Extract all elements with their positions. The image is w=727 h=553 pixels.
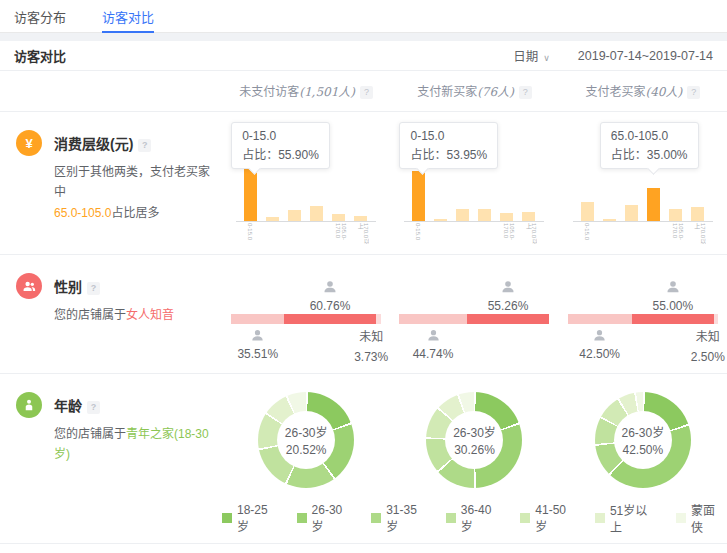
male-stat: 42.50% (565, 328, 635, 361)
gender-stacked-bar (231, 314, 381, 324)
bar-segment (310, 206, 323, 221)
column-name: 未支付访客 (239, 85, 299, 99)
gender-chart-new-buyers[interactable]: 55.26%44.74% (399, 277, 549, 365)
female-bar-segment (284, 314, 375, 324)
consume-bar-chart-old-buyers[interactable]: 65.0-105.0占比：35.00% 0-15.0105.0-170.0170… (568, 122, 718, 246)
bar-segment (625, 205, 638, 221)
row-description: 区别于其他两类，支付老买家中 65.0-105.0占比居多 (54, 162, 214, 223)
yuan-icon: ¥ (16, 130, 42, 156)
legend-item: 26-30岁 (297, 503, 355, 534)
legend-label: 36-40岁 (461, 503, 504, 534)
legend-swatch (297, 513, 307, 523)
row-description: 您的店铺属于青年之家(18-30岁) (54, 424, 214, 465)
male-icon (250, 332, 265, 346)
bar-segment (288, 210, 301, 221)
help-icon[interactable]: ? (138, 139, 151, 152)
help-icon[interactable]: ? (519, 86, 532, 99)
legend-item: 18-25岁 (222, 503, 280, 534)
legend-item: 31-35岁 (371, 503, 429, 534)
page-title: 访客对比 (14, 46, 66, 65)
female-bar-segment (467, 314, 550, 324)
unknown-bar-segment (714, 314, 718, 324)
age-donut-old-buyers[interactable]: 26-30岁42.50% (595, 392, 691, 488)
male-bar-segment (568, 314, 632, 324)
section-region-top: 地域TOP? 您的访客聚集在广东省 广东省20.59%浙江省11.06% 广东省… (0, 544, 727, 553)
legend-swatch (520, 513, 530, 523)
donut-center-label: 26-30岁20.52% (277, 411, 335, 469)
unknown-stat: 未知3.73% (345, 328, 397, 366)
male-icon (426, 332, 441, 346)
female-icon (500, 284, 516, 298)
bar-segment (669, 209, 682, 221)
bar-segment (522, 212, 535, 221)
bar-segment (456, 209, 469, 221)
row-title: 年龄? (54, 392, 214, 415)
bar-segment (647, 188, 660, 221)
column-count: 76人 (477, 85, 514, 99)
column-header-unpaid: 未支付访客1,501人? (222, 82, 390, 99)
column-header-old-buyers: 支付老买家40人? (559, 82, 727, 99)
female-stat: 55.26% (473, 279, 543, 313)
female-bar-segment (632, 314, 715, 324)
legend-label: 18-25岁 (237, 503, 280, 534)
date-type-dropdown[interactable]: 日期∨ (513, 46, 550, 65)
column-name: 支付新买家 (417, 85, 477, 99)
bar-segment (691, 207, 704, 221)
consume-bar-chart-new-buyers[interactable]: 0-15.0占比：53.95% 0-15.0105.0-170.0170.0以上 (399, 122, 549, 246)
age-donut-new-buyers[interactable]: 26-30岁30.26% (426, 392, 522, 488)
help-icon[interactable]: ? (687, 86, 700, 99)
desc-highlight: 65.0-105.0 (54, 206, 111, 220)
female-icon (665, 284, 681, 298)
male-stat: 44.74% (398, 328, 468, 361)
x-axis-label: 0-15.0 (584, 223, 590, 240)
donut-center-label: 26-30岁42.50% (614, 411, 672, 469)
column-header-row: 未支付访客1,501人? 支付新买家76人? 支付老买家40人? (0, 71, 727, 112)
female-stat: 60.76% (295, 279, 365, 313)
x-axis (236, 221, 376, 222)
legend-label: 蒙面侠 (691, 501, 727, 535)
female-icon (322, 284, 338, 298)
bar-segment (412, 171, 425, 221)
unknown-bar-segment (376, 314, 382, 324)
tab-visitor-compare[interactable]: 访客对比 (102, 0, 154, 32)
gender-chart-old-buyers[interactable]: 55.00%42.50%未知2.50% (568, 277, 718, 365)
male-icon (592, 332, 607, 346)
male-bar-segment (399, 314, 466, 324)
gender-stacked-bar (399, 314, 549, 324)
legend-item: 51岁以上 (595, 501, 659, 535)
column-count: 1,501人 (299, 85, 355, 99)
help-icon[interactable]: ? (87, 282, 100, 295)
legend-swatch (595, 513, 605, 523)
help-icon[interactable]: ? (87, 401, 100, 414)
section-consumption-level: ¥ 消费层级(元)? 区别于其他两类，支付老买家中 65.0-105.0占比居多… (0, 112, 727, 255)
date-range-picker[interactable]: 2019-07-14~2019-07-14 (578, 49, 713, 63)
x-axis-label: 105.0-170.0 (335, 223, 347, 244)
legend-swatch (371, 513, 381, 523)
page-gap (0, 33, 727, 41)
chevron-down-icon: ∨ (543, 53, 550, 63)
age-donut-unpaid[interactable]: 26-30岁20.52% (258, 392, 354, 488)
bar-segment (500, 213, 513, 221)
tab-visitor-distribution[interactable]: 访客分布 (14, 0, 66, 32)
section-gender: 性别? 您的店铺属于女人知音 60.76%35.51%未知3.73% 55.26… (0, 255, 727, 374)
chart-tooltip: 0-15.0占比：55.90% (231, 122, 330, 169)
row-description: 您的店铺属于女人知音 (54, 305, 174, 325)
gender-chart-unpaid[interactable]: 60.76%35.51%未知3.73% (231, 277, 381, 365)
people-icon (16, 273, 42, 299)
consume-bar-chart-unpaid[interactable]: 0-15.0占比：55.90% 0-15.0105.0-170.0170.0以上 (231, 122, 381, 246)
x-axis (404, 221, 544, 222)
legend-swatch (446, 513, 456, 523)
male-bar-segment (231, 314, 284, 324)
legend-item: 36-40岁 (446, 503, 504, 534)
column-name: 支付老买家 (585, 85, 645, 99)
column-count: 40人 (646, 85, 683, 99)
legend-swatch (222, 513, 232, 523)
help-icon[interactable]: ? (360, 86, 373, 99)
unknown-stat: 未知2.50% (682, 328, 727, 366)
x-axis-label: 170.0以上 (694, 223, 706, 244)
row-title: 消费层级(元)? (54, 130, 214, 153)
legend-label: 41-50岁 (535, 503, 578, 534)
x-axis-label: 0-15.0 (415, 223, 421, 240)
x-axis-label: 0-15.0 (247, 223, 253, 240)
legend-item: 蒙面侠 (676, 501, 727, 535)
